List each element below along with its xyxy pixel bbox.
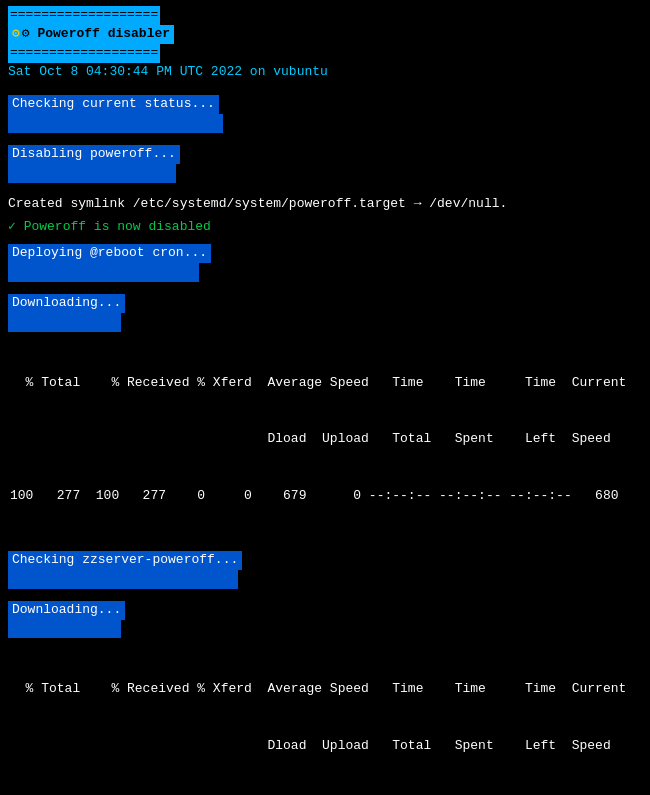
downloading2-separator: -------------- bbox=[8, 620, 642, 639]
downloading2-section: Downloading... -------------- bbox=[8, 601, 642, 639]
header-title: ⚙⚙ Poweroff disabler bbox=[8, 25, 642, 44]
gear-icon: ⚙ bbox=[12, 26, 20, 41]
downloading1-separator: -------------- bbox=[8, 313, 642, 332]
curl-table-2: % Total % Received % Xferd Average Speed… bbox=[10, 642, 642, 795]
checking-separator: --------------------------- bbox=[8, 114, 642, 133]
disabling-label: Disabling poweroff... bbox=[8, 145, 642, 164]
disabling-separator: --------------------- bbox=[8, 164, 642, 183]
deploying-section: Deploying @reboot cron... --------------… bbox=[8, 244, 642, 282]
curl-table-1: % Total % Received % Xferd Average Speed… bbox=[10, 336, 642, 543]
curl-subheader-1: Dload Upload Total Spent Left Speed bbox=[10, 430, 642, 449]
terminal-output: =================== ⚙⚙ Poweroff disabler… bbox=[0, 0, 650, 795]
curl-subheader-2: Dload Upload Total Spent Left Speed bbox=[10, 737, 642, 756]
header-timestamp: Sat Oct 8 04:30:44 PM UTC 2022 on vubunt… bbox=[8, 63, 642, 82]
checking-zz-label: Checking zzserver-poweroff... bbox=[8, 551, 642, 570]
curl-row-1: 100 277 100 277 0 0 679 0 --:--:-- --:--… bbox=[10, 487, 642, 506]
checking-zz-section: Checking zzserver-poweroff... ----------… bbox=[8, 551, 642, 589]
downloading1-section: Downloading... -------------- bbox=[8, 294, 642, 332]
checking-label: Checking current status... bbox=[8, 95, 642, 114]
header-separator1: =================== bbox=[8, 6, 642, 25]
checking-status-section: Checking current status... -------------… bbox=[8, 95, 642, 133]
symlink-message: Created symlink /etc/systemd/system/powe… bbox=[8, 195, 642, 214]
downloading2-label: Downloading... bbox=[8, 601, 642, 620]
header-section: =================== ⚙⚙ Poweroff disabler… bbox=[8, 6, 642, 81]
checking-zz-separator: ----------------------------- bbox=[8, 570, 642, 589]
downloading1-label: Downloading... bbox=[8, 294, 642, 313]
poweroff-disabled-message: ✓ Poweroff is now disabled bbox=[8, 218, 642, 237]
curl-header-1: % Total % Received % Xferd Average Speed… bbox=[10, 374, 642, 393]
deploying-separator: ------------------------ bbox=[8, 263, 642, 282]
header-separator2: =================== bbox=[8, 44, 642, 63]
disabling-section: Disabling poweroff... ------------------… bbox=[8, 145, 642, 183]
deploying-label: Deploying @reboot cron... bbox=[8, 244, 642, 263]
curl-header-2: % Total % Received % Xferd Average Speed… bbox=[10, 680, 642, 699]
